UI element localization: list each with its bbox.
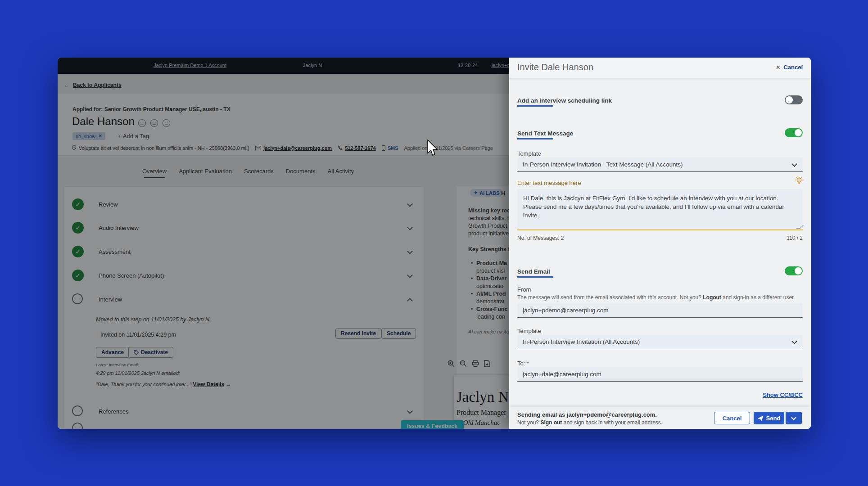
text-message-input[interactable]: Hi Dale, this is Jaclcyn at FitFlex Gym.… [517, 189, 803, 230]
modal-title: Invite Dale Hanson [517, 62, 593, 72]
from-input[interactable] [517, 303, 803, 318]
to-label: To: * [517, 360, 529, 367]
chevron-down-icon[interactable] [407, 225, 413, 230]
email-quote: "Dale, Thank you for your continued inte… [96, 382, 191, 387]
chevron-down-icon[interactable] [407, 201, 413, 207]
label-accent-bar [517, 105, 553, 107]
issues-feedback-button[interactable]: Issues & Feedback [401, 420, 464, 429]
applicant-name: Dale Hanson [72, 115, 135, 128]
bullet-icon: • [471, 290, 473, 298]
resend-invite-button[interactable]: Resend Invite [335, 328, 381, 339]
step-row-review[interactable]: ✓ Review [64, 197, 424, 215]
label-accent-bar [517, 138, 553, 140]
scheduling-link-toggle[interactable] [785, 95, 803, 104]
moved-step-note: Moved to this step on 11/01/2025 by Jacl… [96, 316, 211, 323]
interest-happy-icon[interactable] [162, 119, 171, 127]
send-options-dropdown-button[interactable] [786, 412, 802, 424]
arrow-right-icon: → [226, 381, 231, 387]
tab-scorecards[interactable]: Scorecards [244, 168, 274, 178]
show-cc-bcc-link[interactable]: Show CC/BCC [763, 392, 803, 398]
date-label: 12-20-24 [458, 63, 478, 68]
email-template-label: Template [517, 328, 541, 334]
document-toolbar [448, 360, 490, 367]
interest-neutral-icon[interactable] [150, 119, 158, 127]
modal-footer: Sending email as jaclyn+pdemo@careerplug… [509, 407, 811, 429]
applicant-address: Voluptate sit et vel deserunt in non ill… [79, 145, 249, 151]
cancel-button[interactable]: Cancel [714, 412, 750, 424]
send-text-toggle[interactable] [785, 128, 803, 137]
applicant-email-link[interactable]: jaclyn+dale@careerplug.com [263, 145, 332, 151]
text-message-label: Enter text message here [517, 180, 581, 186]
logout-link[interactable]: Logout [703, 294, 721, 301]
applied-on-label: Applied on 11/01/2025 via Careers Page [404, 145, 493, 151]
interest-rating [138, 119, 171, 127]
bullet-icon: • [471, 306, 473, 313]
tab-documents[interactable]: Documents [286, 168, 316, 178]
download-file-icon[interactable] [484, 360, 490, 367]
user-email-link[interactable]: jaclyn+pdemo@careerplug.com [492, 63, 509, 68]
back-to-applicants-link[interactable]: ←Back to Applicants [64, 82, 122, 88]
chevron-down-icon[interactable] [407, 248, 413, 254]
invite-modal: Invite Dale Hanson ✕ Cancel Add an inter… [509, 58, 811, 429]
top-navigation-bar: Jaclyn Premium Demo 1 Account Jaclyn N 1… [58, 58, 509, 74]
account-link[interactable]: Jaclyn Premium Demo 1 Account [154, 63, 226, 68]
step-row-interview[interactable]: Interview [64, 292, 424, 310]
chevron-down-icon[interactable] [407, 272, 413, 278]
step-row-phone-screen[interactable]: ✓ Phone Screen (Autopilot) [64, 268, 424, 286]
main-app: Jaclyn Premium Demo 1 Account Jaclyn N 1… [58, 58, 509, 429]
chevron-down-icon[interactable] [407, 408, 413, 414]
to-input[interactable] [517, 367, 803, 382]
applicant-phone-link[interactable]: 512-507-1674 [345, 145, 376, 151]
applicant-tabs: Overview Applicant Evaluation Scorecards… [142, 168, 354, 178]
step-row-assessment[interactable]: ✓ Assessment [64, 244, 424, 262]
modal-cancel-link[interactable]: ✕ Cancel [776, 64, 803, 71]
step-complete-icon: ✓ [72, 198, 84, 210]
user-name: Jaclyn N [303, 63, 322, 68]
hiring-steps-card: ✓ Review ✓ Audio Interview ✓ Assessment … [64, 186, 424, 429]
interest-sad-icon[interactable] [138, 119, 146, 127]
tab-all-activity[interactable]: All Activity [328, 168, 354, 178]
character-count: 110 / 2 [787, 235, 803, 241]
invited-note: Invited on 11/01/2025 4:29 pm [100, 332, 176, 338]
envelope-icon [255, 146, 261, 150]
chevron-down-icon [791, 338, 797, 344]
sending-as-label: Sending email as jaclyn+pdemo@careerplug… [517, 411, 657, 418]
app-window: Jaclyn Premium Demo 1 Account Jaclyn N 1… [58, 58, 811, 429]
tab-overview[interactable]: Overview [142, 168, 167, 178]
step-incomplete-icon [72, 423, 83, 429]
email-template-select[interactable]: In-Person Interview Invitation (All Acco… [517, 335, 803, 349]
not-you-note: Not you? Sign out and sign back in with … [517, 419, 662, 426]
step-complete-icon: ✓ [72, 246, 84, 257]
step-row-audio-interview[interactable]: ✓ Audio Interview [64, 220, 424, 238]
emailed-line: 4:29 pm 11/01/2025 Jaclyn N emailed: [96, 370, 180, 376]
send-text-label: Send Text Message [517, 130, 573, 137]
zoom-out-icon[interactable] [460, 360, 467, 367]
step-complete-icon: ✓ [72, 270, 84, 281]
from-label: From [517, 286, 531, 293]
zoom-in-icon[interactable] [448, 360, 455, 367]
sign-out-link[interactable]: Sign out [540, 419, 562, 426]
remove-tag-icon[interactable]: ✕ [98, 133, 102, 139]
tag-no-show[interactable]: no_show✕ [72, 132, 105, 140]
tab-applicant-evaluation[interactable]: Applicant Evaluation [179, 168, 232, 178]
messages-count: No. of Messages: 2 [517, 235, 564, 241]
view-details-link[interactable]: View Details [193, 381, 224, 387]
lightbulb-icon[interactable] [795, 176, 804, 187]
close-icon[interactable]: ✕ [776, 64, 780, 71]
deactivate-button[interactable]: Deactivate [128, 347, 173, 358]
sms-link[interactable]: SMS [388, 145, 398, 151]
chevron-up-icon[interactable] [407, 298, 413, 304]
scheduling-link-label: Add an interview scheduling link [517, 97, 612, 104]
schedule-button[interactable]: Schedule [381, 328, 416, 339]
text-template-select[interactable]: In-Person Interview Invitation - Text Me… [517, 158, 803, 172]
from-note: The message will send from the email ass… [517, 294, 795, 301]
advance-button[interactable]: Advance [96, 347, 129, 358]
add-tag-button[interactable]: + Add a Tag [118, 133, 149, 140]
step-row-references[interactable]: References [64, 404, 424, 422]
send-email-toggle[interactable] [785, 266, 803, 275]
ai-labs-badge: ✦ AI LABS [470, 189, 503, 197]
bullet-icon: • [471, 275, 473, 283]
print-icon[interactable] [472, 360, 479, 367]
phone-icon [338, 145, 343, 150]
send-button[interactable]: Send [754, 412, 784, 424]
